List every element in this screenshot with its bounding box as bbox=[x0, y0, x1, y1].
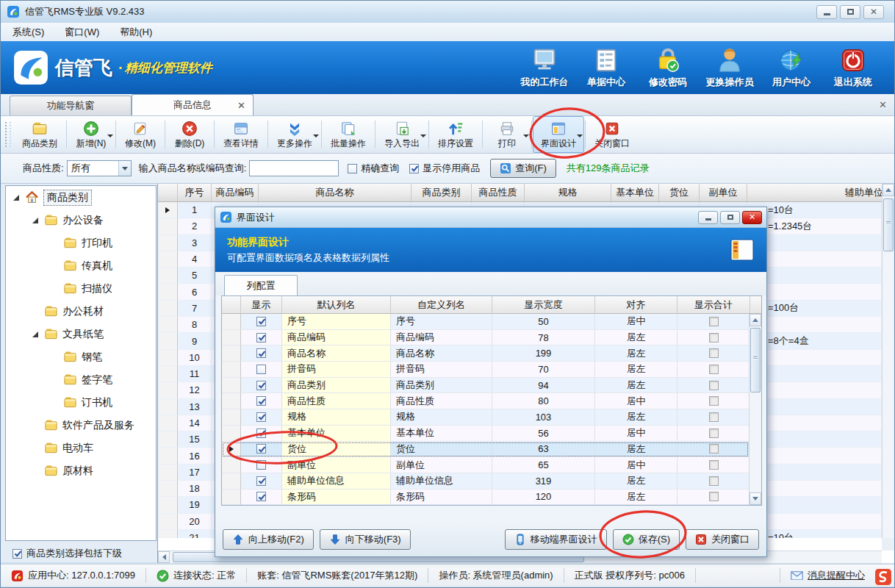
nature-select[interactable]: 所有 bbox=[67, 160, 132, 176]
table-cell[interactable]: 居左 bbox=[595, 490, 677, 505]
exact-query-checkbox[interactable] bbox=[348, 164, 357, 173]
table-cell[interactable]: 基本单位 bbox=[391, 426, 492, 442]
table-cell[interactable]: 序号 bbox=[391, 314, 492, 330]
menu-item[interactable]: 窗口(W) bbox=[65, 26, 99, 39]
toolbar-button-folder[interactable]: 商品类别 bbox=[14, 116, 65, 153]
dialog-minimize-button[interactable] bbox=[698, 211, 718, 224]
scroll-down-icon[interactable] bbox=[750, 492, 761, 505]
maximize-button[interactable] bbox=[840, 5, 860, 19]
show-column-checkbox[interactable] bbox=[256, 333, 266, 343]
table-cell[interactable]: 319 bbox=[492, 473, 595, 490]
column-header-商品名称[interactable]: 商品名称 bbox=[259, 184, 411, 201]
tree-item-文具纸笔[interactable]: 文具纸笔 bbox=[6, 323, 156, 345]
tab-功能导航窗[interactable]: 功能导航窗 bbox=[10, 96, 132, 115]
tree-item-原材料[interactable]: 原材料 bbox=[6, 459, 156, 482]
scroll-up-icon[interactable] bbox=[750, 314, 761, 326]
table-cell[interactable]: 94 bbox=[492, 378, 595, 394]
tab-column-config[interactable]: 列配置 bbox=[224, 275, 298, 295]
column-header-商品类别[interactable]: 商品类别 bbox=[411, 184, 472, 201]
table-cell[interactable]: 货位 bbox=[391, 442, 492, 458]
show-sum-checkbox[interactable] bbox=[709, 365, 719, 374]
table-cell[interactable]: 103 bbox=[492, 409, 595, 426]
dialog-close-button[interactable]: ✕ bbox=[742, 211, 762, 224]
chevron-down-icon[interactable] bbox=[313, 135, 319, 137]
tree-item-传真机[interactable]: 传真机 bbox=[6, 254, 156, 277]
show-sum-checkbox[interactable] bbox=[709, 348, 719, 358]
banner-action-power[interactable]: 退出系统 bbox=[822, 46, 884, 89]
search-input[interactable] bbox=[249, 160, 339, 176]
show-sum-checkbox[interactable] bbox=[709, 333, 719, 343]
column-header-显示合计[interactable]: 显示合计 bbox=[677, 296, 750, 313]
column-header-辅助单位[interactable]: 辅助单位 bbox=[747, 184, 894, 201]
dialog-table-vscrollbar[interactable] bbox=[749, 314, 761, 505]
config-row-商品类别[interactable]: 商品类别商品类别94居左 bbox=[222, 378, 749, 394]
table-cell[interactable]: 65 bbox=[492, 457, 595, 473]
tree-item-订书机[interactable]: 订书机 bbox=[6, 391, 156, 414]
show-column-checkbox[interactable] bbox=[256, 348, 266, 358]
table-cell[interactable]: 80 bbox=[492, 393, 595, 409]
vscroll-thumb[interactable] bbox=[883, 198, 894, 251]
include-sub-categories-checkbox[interactable] bbox=[12, 549, 22, 559]
toolbar-button-import-export[interactable]: 导入导出 bbox=[376, 116, 428, 153]
table-cell[interactable]: 居中 bbox=[595, 314, 677, 330]
show-sum-checkbox[interactable] bbox=[709, 476, 719, 486]
toolbar-button-delete[interactable]: 删除(D) bbox=[166, 116, 213, 153]
chevron-down-icon[interactable] bbox=[577, 135, 583, 137]
column-header-显示宽度[interactable]: 显示宽度 bbox=[492, 296, 595, 313]
save-button[interactable]: 保存(S) bbox=[613, 529, 680, 550]
config-row-商品性质[interactable]: 商品性质商品性质80居中 bbox=[222, 393, 749, 409]
toolbar-button-edit[interactable]: 修改(M) bbox=[117, 116, 164, 153]
toolbar-button-batch[interactable]: 批量操作 bbox=[323, 116, 374, 153]
query-button[interactable]: 查询(F) bbox=[490, 159, 556, 178]
show-column-checkbox[interactable] bbox=[256, 412, 266, 422]
banner-action-globe[interactable]: 用户中心 bbox=[761, 46, 822, 89]
config-row-商品编码[interactable]: 商品编码商品编码78居左 bbox=[222, 330, 749, 346]
tree-item-办公设备[interactable]: 办公设备 bbox=[6, 209, 156, 232]
config-row-序号[interactable]: 序号序号50居中 bbox=[222, 314, 749, 330]
tree-item-商品类别[interactable]: 商品类别 bbox=[6, 186, 156, 209]
show-column-checkbox[interactable] bbox=[256, 476, 266, 486]
tab-商品信息[interactable]: 商品信息✕ bbox=[132, 94, 254, 115]
table-cell[interactable]: 居左 bbox=[595, 409, 677, 426]
vscroll-thumb[interactable] bbox=[750, 328, 761, 392]
column-header-默认列名[interactable]: 默认列名 bbox=[282, 296, 391, 313]
close-button[interactable]: ✕ bbox=[863, 5, 884, 19]
move-up-button[interactable]: 向上移动(F2) bbox=[223, 529, 314, 550]
table-cell[interactable]: 70 bbox=[492, 362, 595, 378]
mobile-design-button[interactable]: 移动端界面设计 bbox=[505, 529, 607, 550]
chevron-down-icon[interactable] bbox=[107, 135, 113, 137]
config-row-基本单位[interactable]: 基本单位基本单位56居中 bbox=[222, 426, 749, 442]
table-cell[interactable]: 居左 bbox=[595, 473, 677, 490]
show-sum-checkbox[interactable] bbox=[709, 460, 719, 470]
banner-action-person[interactable]: 更换操作员 bbox=[699, 46, 761, 89]
minimize-button[interactable] bbox=[816, 5, 837, 19]
table-cell[interactable]: 居中 bbox=[595, 393, 677, 409]
show-column-checkbox[interactable] bbox=[256, 381, 266, 390]
show-sum-checkbox[interactable] bbox=[709, 396, 719, 406]
tree-item-扫描仪[interactable]: 扫描仪 bbox=[6, 277, 156, 300]
config-row-商品名称[interactable]: 商品名称商品名称199居左 bbox=[222, 345, 749, 362]
show-sum-checkbox[interactable] bbox=[709, 381, 719, 390]
column-header-自定义列名[interactable]: 自定义列名 bbox=[391, 296, 492, 313]
table-cell[interactable]: 居左 bbox=[595, 442, 677, 458]
chevron-down-icon[interactable] bbox=[118, 161, 131, 176]
table-cell[interactable]: 条形码 bbox=[391, 490, 492, 505]
show-column-checkbox[interactable] bbox=[256, 396, 266, 406]
config-row-副单位[interactable]: 副单位副单位65居中 bbox=[222, 457, 749, 473]
table-cell[interactable]: 商品类别 bbox=[391, 378, 492, 394]
banner-action-lock[interactable]: 修改密码 bbox=[637, 46, 699, 89]
menu-item[interactable]: 帮助(H) bbox=[120, 26, 152, 39]
table-cell[interactable]: 78 bbox=[492, 330, 595, 346]
show-sum-checkbox[interactable] bbox=[709, 412, 719, 422]
dialog-close-window-button[interactable]: 关闭窗口 bbox=[686, 529, 759, 550]
table-cell[interactable]: 居左 bbox=[595, 330, 677, 346]
toolbar-button-detail[interactable]: 查看详情 bbox=[215, 116, 267, 153]
toolbar-button-add[interactable]: 新增(N) bbox=[68, 116, 115, 153]
scroll-left-icon[interactable] bbox=[158, 551, 170, 563]
column-header-商品编码[interactable]: 商品编码 bbox=[212, 184, 259, 201]
show-sum-checkbox[interactable] bbox=[709, 317, 719, 326]
column-header-副单位[interactable]: 副单位 bbox=[700, 184, 747, 201]
column-header-显示[interactable]: 显示 bbox=[241, 296, 282, 313]
config-row-拼音码[interactable]: 拼音码拼音码70居左 bbox=[222, 362, 749, 378]
table-cell[interactable]: 56 bbox=[492, 426, 595, 442]
